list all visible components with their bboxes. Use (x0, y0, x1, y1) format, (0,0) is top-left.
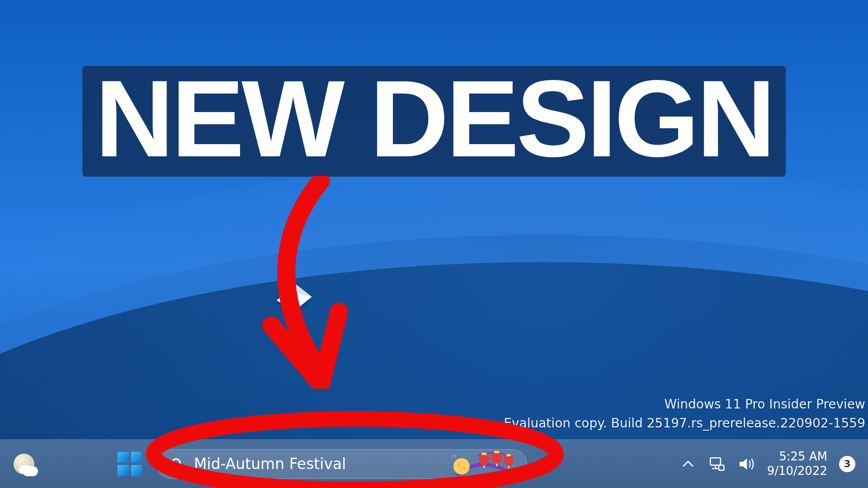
start-icon (131, 465, 142, 476)
tray-overflow-button[interactable] (680, 456, 696, 472)
build-watermark: Windows 11 Pro Insider Preview Evaluatio… (504, 395, 865, 433)
svg-rect-9 (481, 453, 487, 455)
festival-doodle-icon (449, 451, 517, 477)
watermark-line1: Windows 11 Pro Insider Preview (504, 395, 865, 414)
watermark-line2: Evaluation copy. Build 25197.rs_prerelea… (504, 414, 865, 433)
paper-boat-icon (277, 283, 312, 310)
taskbar-clock[interactable]: 5:25 AM 9/10/2022 (767, 450, 827, 478)
clock-date: 9/10/2022 (767, 464, 827, 478)
system-tray: 5:25 AM 9/10/2022 3 (680, 450, 868, 478)
speaker-icon[interactable] (737, 455, 755, 473)
svg-rect-15 (506, 454, 511, 456)
headline-banner: NEW DESIGN (82, 66, 786, 177)
start-button[interactable] (118, 452, 142, 476)
svg-point-6 (458, 463, 460, 466)
weather-widget[interactable] (14, 454, 34, 474)
svg-line-4 (179, 466, 183, 469)
taskbar-left-group: Mid-Autumn Festival (0, 449, 527, 479)
svg-rect-17 (710, 458, 721, 465)
search-icon (170, 457, 184, 471)
taskbar-search-box[interactable]: Mid-Autumn Festival (156, 449, 527, 479)
clock-time: 5:25 AM (767, 450, 827, 464)
svg-point-5 (453, 458, 470, 474)
svg-marker-0 (277, 283, 312, 310)
search-placeholder: Mid-Autumn Festival (194, 455, 439, 473)
notification-badge[interactable]: 3 (839, 456, 855, 472)
svg-point-7 (463, 467, 465, 469)
svg-rect-12 (494, 451, 500, 453)
svg-rect-20 (719, 465, 724, 470)
start-icon (131, 452, 142, 463)
start-icon (118, 465, 129, 476)
desktop-wallpaper: NEW DESIGN Windows 11 Pro Insider Previe… (0, 0, 868, 488)
network-icon[interactable] (708, 455, 726, 473)
start-icon (118, 452, 129, 463)
taskbar: Mid-Autumn Festival (0, 439, 868, 488)
